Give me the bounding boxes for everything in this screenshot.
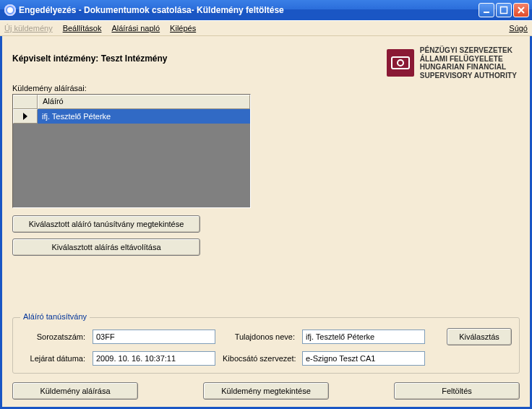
grid-header: Aláíró xyxy=(13,95,250,109)
table-row[interactable]: ifj. Tesztelő Péterke xyxy=(13,109,250,124)
row-marker-icon xyxy=(23,113,27,120)
client-area: Képviselt intézmény: Teszt Intézmény PÉN… xyxy=(0,36,532,409)
minimize-button[interactable] xyxy=(479,3,494,17)
menubar: Új küldemény Beállítások Aláírási napló … xyxy=(0,20,532,36)
select-certificate-button[interactable]: Kiválasztás xyxy=(447,328,512,345)
svg-rect-0 xyxy=(484,12,489,13)
bottom-actions: Küldemény aláírása Küldemény megtekintés… xyxy=(12,382,520,400)
menu-settings[interactable]: Beállítások xyxy=(63,24,102,33)
window-titlebar: Engedélyezés - Dokumentumok csatolása- K… xyxy=(0,0,532,20)
signers-section-label: Küldemény aláírásai: xyxy=(12,84,520,92)
upload-button[interactable]: Feltöltés xyxy=(394,382,520,400)
menu-help[interactable]: Súgó xyxy=(509,24,528,33)
issuer-label: Kibocsátó szervezet: xyxy=(223,354,295,363)
sign-shipment-button[interactable]: Küldemény aláírása xyxy=(12,382,138,400)
authority-text: PÉNZÜGYI SZERVEZETEK ÁLLAMI FELÜGYELETE … xyxy=(420,46,517,79)
svg-rect-2 xyxy=(392,57,409,69)
svg-rect-1 xyxy=(501,7,507,14)
view-shipment-button[interactable]: Küldemény megtekintése xyxy=(203,382,329,400)
row-header xyxy=(13,109,38,124)
institution-label: Képviselt intézmény: Teszt Intézmény xyxy=(12,53,168,64)
maximize-button[interactable] xyxy=(496,3,512,17)
authority-block: PÉNZÜGYI SZERVEZETEK ÁLLAMI FELÜGYELETE … xyxy=(387,46,517,79)
signers-grid[interactable]: Aláíró ifj. Tesztelő Péterke xyxy=(12,94,251,208)
grid-col-header[interactable]: Aláíró xyxy=(38,95,250,109)
window-title: Engedélyezés - Dokumentumok csatolása- K… xyxy=(16,5,479,15)
owner-value: ifj. Tesztelő Péterke xyxy=(302,330,425,344)
certificate-fieldset: Aláíró tanúsítvány Sorozatszám: 03FF Tul… xyxy=(12,317,520,374)
issuer-value: e-Szigno Teszt CA1 xyxy=(302,351,425,366)
menu-sign-log[interactable]: Aláírási napló xyxy=(111,24,160,33)
expiry-label: Lejárat dátuma: xyxy=(20,354,85,363)
view-certificate-button[interactable]: Kiválasztott aláíró tanúsítvány megtekin… xyxy=(12,215,200,233)
expiry-value: 2009. 10. 16. 10:37:11 xyxy=(93,351,215,366)
close-button[interactable] xyxy=(513,3,529,17)
owner-label: Tulajdonos neve: xyxy=(223,332,295,341)
row-cell-name[interactable]: ifj. Tesztelő Péterke xyxy=(38,109,250,124)
menu-new-shipment: Új küldemény xyxy=(4,24,53,33)
svg-point-3 xyxy=(398,60,403,66)
certificate-legend: Aláíró tanúsítvány xyxy=(20,312,90,321)
authority-logo-icon xyxy=(387,49,414,77)
window-controls xyxy=(479,3,529,17)
menu-exit[interactable]: Kilépés xyxy=(170,24,196,33)
serial-label: Sorozatszám: xyxy=(20,332,85,341)
remove-signature-button[interactable]: Kiválasztott aláírás eltávolítása xyxy=(12,238,200,256)
app-icon xyxy=(4,4,16,16)
grid-corner-cell xyxy=(13,95,38,109)
serial-value: 03FF xyxy=(93,330,215,344)
